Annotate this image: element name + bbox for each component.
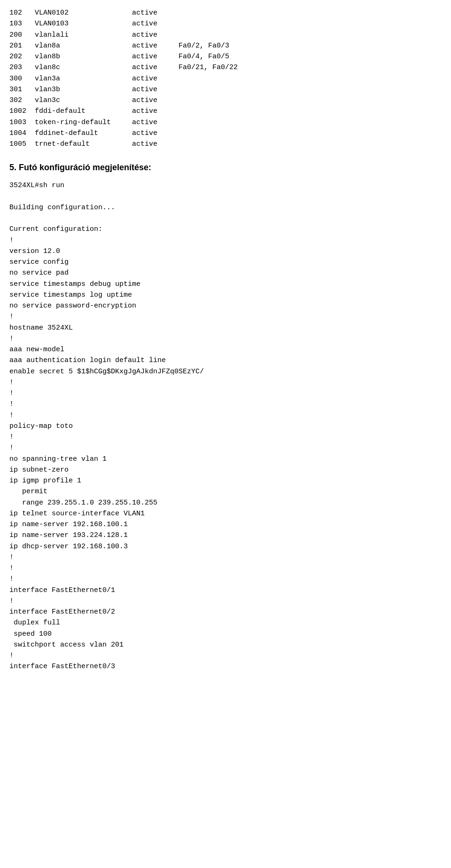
vlan-table: 102 VLAN0102 active 103 VLAN0103 active … xyxy=(9,8,442,150)
section5-heading: 5. Futó konfiguráció megjelenítése: xyxy=(9,163,442,173)
page-content: 102 VLAN0102 active 103 VLAN0103 active … xyxy=(9,8,442,672)
config-block: 3524XL#sh run Building configuration... … xyxy=(9,180,442,672)
